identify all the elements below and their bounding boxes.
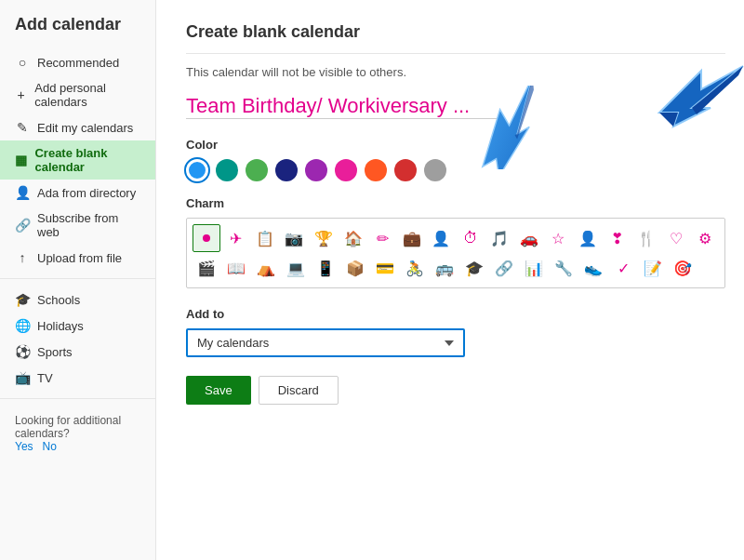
discard-button[interactable]: Discard (259, 376, 339, 405)
charm-wrench[interactable]: 🔧 (550, 254, 578, 282)
charm-pencil[interactable]: ✏ (368, 224, 396, 252)
directory-icon: 👤 (15, 185, 30, 200)
charm-dot (203, 234, 210, 242)
arrow-decoration (655, 57, 744, 134)
charm-bus[interactable]: 🚌 (431, 254, 458, 282)
sidebar-item-schools[interactable]: 🎓 Schools (0, 287, 155, 313)
charm-note[interactable]: 📝 (639, 254, 667, 282)
color-orange[interactable] (365, 159, 387, 181)
color-pink[interactable] (335, 159, 357, 181)
sidebar-item-add-directory[interactable]: 👤 Ada from directory (0, 180, 155, 206)
subtitle-text: This calendar will not be visible to oth… (186, 65, 725, 79)
charm-heart[interactable]: ♡ (662, 224, 690, 252)
charm-plane[interactable]: ✈ (222, 224, 250, 252)
addto-label: Add to (186, 307, 725, 321)
color-green[interactable] (246, 159, 268, 181)
sidebar-item-create-blank[interactable]: ▦ Create blank calendar (0, 140, 155, 180)
charm-heart-broken[interactable]: ❣ (604, 224, 631, 252)
main-content: Create blank calendar This calendar will… (156, 0, 744, 427)
sidebar-item-recommended[interactable]: ○ Recommended (0, 49, 155, 75)
sidebar-item-label: Holidays (37, 319, 84, 333)
color-teal[interactable] (216, 159, 238, 181)
schools-icon: 🎓 (15, 292, 30, 307)
charm-grid: ✈ 📋 📷 🏆 🏠 ✏ 💼 👤 ⏱ 🎵 🚗 ☆ 👤 ❣ (186, 218, 725, 288)
charm-trophy[interactable]: 🏆 (310, 224, 338, 252)
edit-icon: ✎ (15, 120, 30, 135)
charm-camera[interactable]: 📷 (281, 224, 309, 252)
charm-card[interactable]: 💳 (371, 254, 399, 282)
charm-phone[interactable]: 📱 (312, 254, 339, 282)
charm-timer[interactable]: ⏱ (457, 224, 485, 252)
footer-yes-link[interactable]: Yes (15, 440, 33, 453)
color-label: Color (186, 138, 725, 152)
charm-section: Charm ✈ 📋 📷 🏆 🏠 ✏ 💼 👤 ⏱ (186, 196, 725, 288)
charm-star[interactable]: ☆ (545, 224, 573, 252)
sidebar-item-edit-my[interactable]: ✎ Edit my calendars (0, 114, 155, 140)
addto-dropdown[interactable]: My calendars Other calendars (186, 328, 465, 357)
tv-icon: 📺 (15, 370, 30, 385)
subscribe-icon: 🔗 (15, 218, 30, 233)
color-blue[interactable] (186, 159, 208, 181)
charm-fork[interactable]: 🍴 (632, 224, 660, 252)
color-purple[interactable] (305, 159, 327, 181)
save-button[interactable]: Save (186, 376, 251, 405)
calendar-name-input[interactable] (186, 94, 502, 119)
main-wrapper: Create blank calendar This calendar will… (156, 0, 744, 560)
charm-shoe[interactable]: 👟 (579, 254, 607, 282)
sidebar-divider-2 (0, 398, 155, 399)
sidebar-footer: Looking for additional calendars? Yes No (0, 407, 155, 460)
charm-row-1: ✈ 📋 📷 🏆 🏠 ✏ 💼 👤 ⏱ 🎵 🚗 ☆ 👤 ❣ (193, 224, 719, 252)
charm-row-2: 🎬 📖 ⛺ 💻 📱 📦 💳 🚴 🚌 🎓 🔗 📊 🔧 👟 (193, 254, 719, 282)
sidebar-item-label: Upload from file (37, 251, 122, 265)
charm-home[interactable]: 🏠 (339, 224, 367, 252)
color-navy[interactable] (275, 159, 298, 181)
charm-person[interactable]: 👤 (427, 224, 455, 252)
sidebar-item-tv[interactable]: 📺 TV (0, 365, 155, 391)
sidebar-item-label: Schools (37, 293, 80, 307)
charm-target[interactable]: 🎯 (669, 254, 697, 282)
charm-book[interactable]: 📖 (222, 254, 250, 282)
sidebar-item-label: Subscribe from web (37, 211, 140, 239)
charm-graduate[interactable]: 🎓 (460, 254, 488, 282)
charm-dot-item[interactable] (193, 224, 220, 252)
charm-user[interactable]: 👤 (574, 224, 602, 252)
color-red[interactable] (394, 159, 417, 181)
sidebar-item-upload-file[interactable]: ↑ Upload from file (0, 245, 155, 271)
charm-gear[interactable]: ⚙ (691, 224, 719, 252)
upload-icon: ↑ (15, 250, 30, 265)
charm-tent[interactable]: ⛺ (252, 254, 280, 282)
sidebar-item-label: Sports (37, 345, 73, 359)
sidebar-item-label: TV (37, 371, 53, 385)
charm-bike[interactable]: 🚴 (401, 254, 429, 282)
charm-film[interactable]: 🎬 (193, 254, 220, 282)
sidebar: Add calendar ○ Recommended + Add persona… (0, 0, 156, 560)
sidebar-item-subscribe-web[interactable]: 🔗 Subscribe from web (0, 206, 155, 245)
charm-clipboard[interactable]: 📋 (251, 224, 279, 252)
sidebar-item-add-personal[interactable]: + Add personal calendars (0, 75, 155, 114)
button-row: Save Discard (186, 376, 725, 405)
sidebar-item-holidays[interactable]: 🌐 Holidays (0, 313, 155, 339)
charm-computer[interactable]: 💻 (282, 254, 310, 282)
charm-label: Charm (186, 196, 725, 210)
charm-car[interactable]: 🚗 (515, 224, 543, 252)
sidebar-item-label: Ada from directory (37, 186, 136, 200)
sidebar-title: Add calendar (0, 15, 155, 49)
charm-link[interactable]: 🔗 (490, 254, 518, 282)
footer-no-link[interactable]: No (43, 440, 57, 453)
holidays-icon: 🌐 (15, 318, 30, 333)
create-icon: ▦ (15, 153, 27, 167)
charm-briefcase[interactable]: 💼 (398, 224, 426, 252)
charm-chart[interactable]: 📊 (520, 254, 548, 282)
color-section: Color (186, 138, 725, 181)
sidebar-item-sports[interactable]: ⚽ Sports (0, 339, 155, 365)
charm-box[interactable]: 📦 (341, 254, 369, 282)
sports-icon: ⚽ (15, 344, 30, 359)
sidebar-item-label: Edit my calendars (37, 121, 133, 135)
sidebar-item-label: Recommended (37, 56, 119, 70)
color-options (186, 159, 725, 181)
sidebar-item-label: Create blank calendar (34, 146, 140, 174)
color-gray[interactable] (424, 159, 446, 181)
charm-check[interactable]: ✓ (609, 254, 637, 282)
add-personal-icon: + (15, 87, 27, 102)
charm-music[interactable]: 🎵 (486, 224, 514, 252)
